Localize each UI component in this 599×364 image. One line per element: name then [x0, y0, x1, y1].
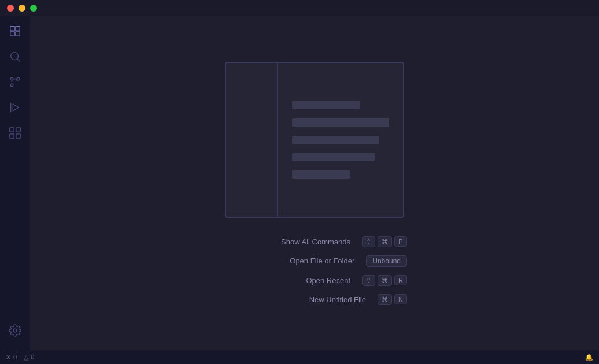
shortcut-open-file-or-folder[interactable]: Open File or Folder Unbound: [222, 255, 407, 267]
error-icon: ✕: [6, 354, 11, 361]
source-control-icon: [9, 76, 21, 91]
search-icon: [9, 50, 21, 65]
logo-line-4: [292, 153, 375, 161]
shortcut-open-recent[interactable]: Open Recent ⇧ ⌘ R: [222, 275, 407, 286]
extensions-icon: [9, 127, 21, 142]
key-unbound: Unbound: [366, 255, 407, 267]
key-n: N: [394, 294, 407, 304]
logo-line-5: [292, 170, 350, 179]
sidebar-bottom: [3, 320, 27, 346]
open-recent-label: Open Recent: [222, 276, 357, 285]
warning-icon: △: [24, 354, 28, 361]
logo-left-panel: [226, 63, 278, 217]
show-all-commands-keys: ⇧ ⌘ P: [362, 236, 407, 247]
maximize-button[interactable]: [30, 5, 37, 12]
key-cmd: ⌘: [378, 236, 392, 247]
svg-rect-4: [10, 128, 14, 132]
svg-point-0: [11, 53, 19, 60]
sidebar-item-explorer[interactable]: [3, 21, 27, 44]
new-untitled-file-label: New Untitled File: [222, 295, 373, 304]
svg-point-8: [13, 329, 17, 332]
svg-rect-7: [16, 134, 20, 138]
close-button[interactable]: [7, 5, 14, 12]
minimize-button[interactable]: [19, 5, 25, 12]
new-untitled-file-keys: ⌘ N: [378, 294, 407, 305]
key-p: P: [394, 236, 407, 247]
sidebar-item-search[interactable]: [3, 46, 27, 69]
vscode-logo: [225, 62, 404, 218]
svg-rect-5: [16, 128, 20, 132]
warning-count: 0: [31, 354, 34, 361]
content-area: Show All Commands ⇧ ⌘ P Open File or Fol…: [30, 16, 599, 350]
logo-right-panel: [278, 63, 403, 217]
key-shift-2: ⇧: [362, 275, 375, 286]
shortcut-new-untitled-file[interactable]: New Untitled File ⌘ N: [222, 294, 407, 305]
shortcuts-list: Show All Commands ⇧ ⌘ P Open File or Fol…: [222, 236, 407, 305]
key-shift: ⇧: [362, 236, 375, 247]
main-layout: Show All Commands ⇧ ⌘ P Open File or Fol…: [0, 16, 599, 350]
traffic-lights: [7, 5, 37, 12]
bell-icon: 🔔: [585, 354, 593, 361]
logo-line-1: [292, 101, 360, 109]
shortcut-show-all-commands[interactable]: Show All Commands ⇧ ⌘ P: [222, 236, 407, 247]
status-errors[interactable]: ✕ 0: [6, 354, 17, 361]
show-all-commands-label: Show All Commands: [222, 237, 357, 246]
open-file-or-folder-label: Open File or Folder: [222, 257, 361, 265]
sidebar: [0, 16, 30, 350]
error-count: 0: [13, 354, 17, 361]
sidebar-item-extensions[interactable]: [3, 122, 27, 146]
logo-line-3: [292, 136, 379, 144]
title-bar: [0, 0, 599, 16]
logo-line-2: [292, 118, 389, 127]
open-file-or-folder-keys: Unbound: [366, 255, 407, 267]
settings-icon: [9, 324, 21, 339]
explorer-icon: [9, 25, 21, 40]
status-warnings[interactable]: △ 0: [24, 354, 34, 361]
svg-point-3: [17, 77, 20, 80]
status-notifications[interactable]: 🔔: [585, 354, 593, 361]
key-r: R: [394, 275, 407, 285]
status-bar: ✕ 0 △ 0 🔔: [0, 350, 599, 364]
key-cmd-2: ⌘: [378, 275, 392, 286]
run-debug-icon: [9, 101, 21, 116]
sidebar-item-source-control[interactable]: [3, 72, 27, 95]
key-cmd-3: ⌘: [378, 294, 392, 305]
sidebar-item-settings[interactable]: [3, 320, 27, 343]
svg-rect-6: [10, 134, 14, 138]
open-recent-keys: ⇧ ⌘ R: [362, 275, 407, 286]
sidebar-item-run-debug[interactable]: [3, 97, 27, 120]
